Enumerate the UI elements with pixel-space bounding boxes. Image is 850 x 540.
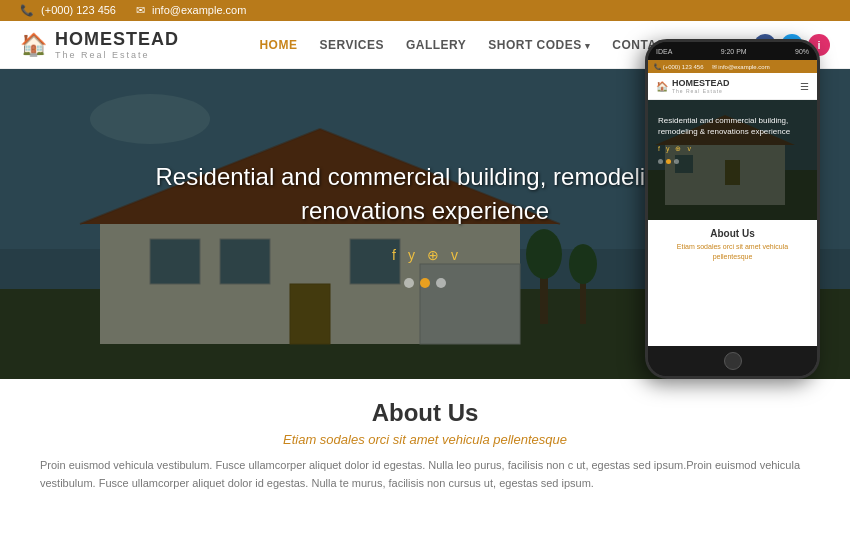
phone-hero-fb-icon: f	[658, 145, 660, 153]
phone-logo-name: HOMESTEAD	[672, 78, 730, 88]
hero-dots	[404, 278, 446, 288]
logo-subtitle: The Real Estate	[55, 50, 179, 60]
phone-logo-subtitle: The Real Estate	[672, 88, 730, 94]
phone-hero: Residential and commercial building, rem…	[648, 100, 817, 220]
about-text: Proin euismod vehicula vestibulum. Fusce…	[40, 457, 810, 492]
hero-twitter-icon[interactable]: y	[408, 247, 415, 263]
phone-time: 9:20 PM	[721, 48, 747, 55]
phone-hero-dot-2	[666, 159, 671, 164]
phone-hero-tw-icon: y	[666, 145, 670, 153]
phone-top-bar: 📞 (+000) 123 456 ✉ info@example.com	[648, 60, 817, 73]
phone-icon: 📞	[20, 4, 34, 16]
email-address: info@example.com	[152, 4, 246, 16]
phone-about: About Us Etiam sodales orci sit amet veh…	[648, 220, 817, 270]
hero-facebook-icon[interactable]: f	[392, 247, 396, 263]
email-info: ✉ info@example.com	[136, 4, 246, 17]
nav-services[interactable]: SERVICES	[319, 38, 383, 52]
nav-shortcodes[interactable]: SHORT CODES	[488, 38, 590, 52]
phone-carrier: IDEA	[656, 48, 672, 55]
phone-info: 📞 (+000) 123 456	[20, 4, 116, 17]
about-section: About Us Etiam sodales orci sit amet veh…	[0, 379, 850, 502]
phone-logo-text: HOMESTEAD The Real Estate	[672, 78, 730, 94]
phone-about-heading: About Us	[658, 228, 807, 239]
phone-hero-title: Residential and commercial building, rem…	[658, 115, 807, 137]
house-icon: 🏠	[20, 32, 47, 58]
phone-about-subtitle: Etiam sodales orci sit amet vehicula pel…	[658, 242, 807, 262]
phone-notch: IDEA 9:20 PM 90%	[648, 42, 817, 60]
hero-location-icon[interactable]: ⊕	[427, 247, 439, 263]
main-nav: HOME SERVICES GALLERY SHORT CODES CONTAC…	[259, 38, 673, 52]
hamburger-icon[interactable]: ☰	[800, 81, 809, 92]
phone-number: (+000) 123 456	[41, 4, 116, 16]
phone-screen: 📞 (+000) 123 456 ✉ info@example.com 🏠 HO…	[648, 60, 817, 346]
logo-text: HOMESTEAD The Real Estate	[55, 29, 179, 60]
phone-hero-content: Residential and commercial building, rem…	[648, 100, 817, 179]
about-subtitle: Etiam sodales orci sit amet vehicula pel…	[40, 432, 810, 447]
phone-battery: 90%	[795, 48, 809, 55]
phone-topbar-phone: 📞 (+000) 123 456	[654, 63, 704, 70]
logo: 🏠 HOMESTEAD The Real Estate	[20, 29, 179, 60]
hero-title: Residential and commercial building, rem…	[135, 160, 715, 227]
phone-home-button[interactable]	[724, 352, 742, 370]
phone-hero-dot-3	[674, 159, 679, 164]
email-icon: ✉	[136, 4, 145, 16]
phone-hero-social: f y ⊕ v	[658, 145, 807, 153]
phone-hero-loc-icon: ⊕	[675, 145, 681, 153]
nav-gallery[interactable]: GALLERY	[406, 38, 466, 52]
hero-vine-icon[interactable]: v	[451, 247, 458, 263]
hero-social-icons: f y ⊕ v	[392, 247, 458, 263]
phone-house-icon: 🏠	[656, 81, 668, 92]
hero-dot-1[interactable]	[404, 278, 414, 288]
nav-home[interactable]: HOME	[259, 38, 297, 52]
phone-hero-dots	[658, 159, 807, 164]
phone-mockup: IDEA 9:20 PM 90% 📞 (+000) 123 456 ✉ info…	[645, 39, 820, 379]
phone-hero-dot-1	[658, 159, 663, 164]
about-heading: About Us	[40, 399, 810, 427]
hero-dot-2[interactable]	[420, 278, 430, 288]
top-bar: 📞 (+000) 123 456 ✉ info@example.com	[0, 0, 850, 21]
phone-topbar-email: ✉ info@example.com	[712, 63, 770, 70]
hero-dot-3[interactable]	[436, 278, 446, 288]
phone-hero-vine-icon: v	[687, 145, 691, 153]
logo-name: HOMESTEAD	[55, 29, 179, 50]
phone-header: 🏠 HOMESTEAD The Real Estate ☰	[648, 73, 817, 100]
phone-bottom-bar	[648, 346, 817, 376]
